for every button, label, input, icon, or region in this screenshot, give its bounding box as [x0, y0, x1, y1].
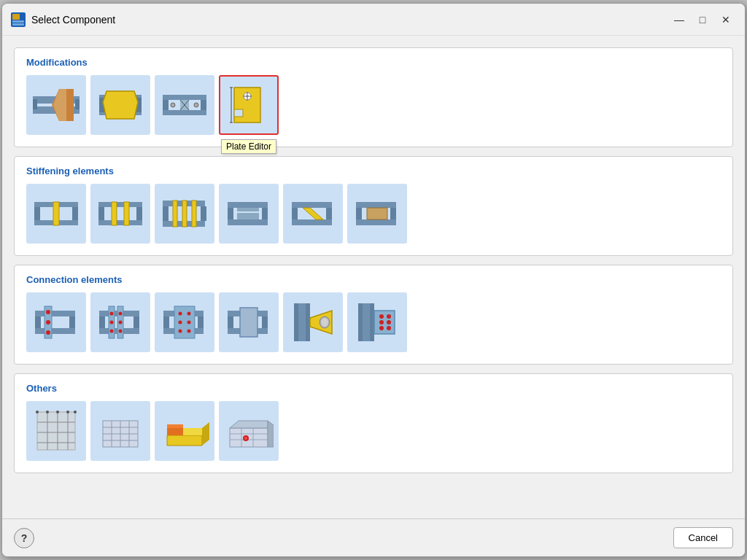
item-slab[interactable] — [155, 401, 214, 461]
others-title: Others — [26, 383, 721, 394]
close-button[interactable]: ✕ — [716, 11, 736, 28]
connection-items — [26, 292, 721, 352]
svg-marker-144 — [167, 428, 183, 435]
svg-rect-18 — [163, 100, 169, 110]
modifications-title: Modifications — [26, 57, 721, 68]
svg-rect-51 — [182, 201, 187, 227]
stiffener1-icon — [31, 189, 81, 238]
svg-rect-65 — [356, 202, 396, 208]
svg-point-96 — [187, 312, 191, 316]
svg-rect-66 — [356, 219, 396, 225]
item-floor-plan[interactable] — [219, 401, 279, 461]
stiffener4-icon — [224, 189, 274, 238]
svg-rect-54 — [228, 219, 268, 225]
stiffener2-icon — [96, 189, 145, 238]
svg-rect-73 — [69, 316, 75, 328]
item-stiffener-6[interactable] — [347, 184, 407, 244]
title-bar-buttons: — □ ✕ — [669, 11, 736, 28]
svg-point-84 — [110, 312, 114, 316]
svg-rect-113 — [358, 303, 363, 341]
slab-icon — [160, 406, 209, 456]
item-fitting[interactable] — [26, 75, 86, 135]
help-button[interactable]: ? — [14, 528, 34, 548]
svg-rect-1 — [12, 14, 20, 20]
svg-marker-148 — [268, 421, 274, 447]
svg-rect-94 — [174, 306, 195, 338]
footer: ? Cancel — [2, 518, 745, 556]
svg-rect-38 — [72, 207, 78, 220]
svg-rect-30 — [234, 109, 243, 117]
svg-rect-57 — [237, 208, 259, 211]
svg-rect-80 — [99, 316, 105, 328]
item-cope[interactable] — [155, 75, 214, 135]
svg-marker-143 — [202, 422, 209, 446]
item-bolted-plate-2[interactable] — [90, 292, 150, 352]
svg-point-133 — [74, 411, 77, 413]
bolted-end-plate-icon — [31, 298, 81, 347]
item-stiffener-1[interactable] — [26, 184, 86, 244]
item-connection-plate[interactable] — [219, 292, 279, 352]
svg-rect-122 — [37, 412, 75, 450]
svg-rect-56 — [262, 208, 268, 219]
svg-point-129 — [36, 411, 39, 413]
svg-point-132 — [66, 411, 69, 413]
item-bolted-plate-3[interactable] — [155, 292, 214, 352]
svg-rect-81 — [133, 316, 139, 328]
modifications-section: Modifications — [14, 47, 733, 147]
stiffener3-icon — [160, 189, 209, 238]
plate-editor-tooltip: Plate Editor — [221, 139, 276, 154]
svg-marker-145 — [167, 424, 183, 428]
minimize-button[interactable]: — — [669, 11, 689, 28]
svg-rect-70 — [35, 311, 75, 316]
svg-rect-41 — [98, 220, 142, 225]
plate-editor-icon — [224, 80, 274, 130]
stiffening-title: Stiffening elements — [26, 166, 721, 176]
item-stiffener-3[interactable] — [155, 184, 214, 244]
svg-rect-146 — [230, 428, 268, 447]
select-component-dialog: Select Component — □ ✕ Modifications — [1, 3, 746, 557]
svg-rect-105 — [240, 308, 258, 337]
svg-rect-108 — [306, 303, 310, 341]
fitting-icon — [31, 80, 81, 130]
title-bar: Select Component — □ ✕ — [2, 4, 745, 36]
item-stiffener-2[interactable] — [90, 184, 150, 244]
item-bolted-end-plate[interactable] — [26, 292, 86, 352]
svg-point-85 — [110, 321, 114, 324]
stiffening-items — [26, 184, 721, 244]
cancel-button[interactable]: Cancel — [673, 527, 733, 548]
bolted-plate3-icon — [160, 298, 209, 347]
modifications-items: Plate Editor — [26, 75, 721, 135]
svg-marker-14 — [103, 91, 138, 119]
svg-marker-64 — [303, 208, 323, 219]
svg-point-88 — [119, 321, 123, 324]
svg-rect-59 — [237, 216, 259, 219]
maximize-button[interactable]: □ — [692, 11, 713, 28]
item-shear-plate[interactable] — [347, 292, 407, 352]
item-stiffener-4[interactable] — [219, 184, 279, 244]
svg-rect-39 — [53, 202, 59, 225]
svg-rect-55 — [228, 208, 233, 219]
connection-title: Connection elements — [26, 274, 721, 285]
svg-point-24 — [194, 103, 198, 107]
svg-rect-6 — [33, 99, 37, 109]
stiffening-section: Stiffening elements — [14, 156, 733, 256]
item-grid[interactable] — [26, 401, 86, 461]
svg-point-98 — [187, 321, 191, 324]
svg-rect-37 — [34, 207, 40, 220]
svg-rect-104 — [262, 316, 268, 328]
others-items — [26, 401, 721, 461]
item-plate-editor[interactable]: Plate Editor — [219, 75, 279, 135]
svg-rect-2 — [12, 20, 24, 23]
svg-rect-43 — [136, 207, 142, 220]
svg-point-120 — [379, 326, 384, 330]
item-welded-gusset[interactable] — [283, 292, 343, 352]
svg-rect-69 — [367, 208, 387, 219]
svg-rect-67 — [356, 208, 362, 219]
svg-rect-92 — [163, 316, 169, 328]
item-stiffener-5[interactable] — [283, 184, 343, 244]
svg-point-100 — [187, 330, 191, 333]
stiffener5-icon — [288, 189, 338, 238]
svg-point-87 — [119, 312, 123, 316]
item-contour-plate[interactable] — [90, 75, 150, 135]
item-mesh[interactable] — [90, 401, 150, 461]
